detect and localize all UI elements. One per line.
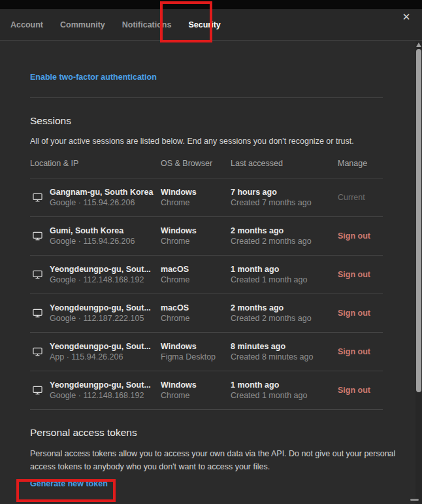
monitor-icon (33, 231, 42, 241)
scrollbar-up-arrow-icon[interactable] (416, 42, 421, 47)
monitor-icon (33, 386, 42, 395)
scroll-corner-mark (410, 499, 419, 501)
session-source-ip: Google · 112.187.222.105 (50, 313, 151, 324)
session-created: Created 1 month ago (231, 275, 338, 285)
sign-out-link[interactable]: Sign out (338, 347, 383, 356)
close-icon[interactable]: ✕ (398, 9, 414, 25)
sessions-title: Sessions (30, 115, 385, 127)
column-os-browser: OS & Browser (161, 159, 231, 168)
session-browser: Chrome (161, 275, 231, 285)
session-browser: Figma Desktop (161, 352, 231, 362)
session-last-accessed: 1 month ago (231, 264, 338, 275)
enable-two-factor-link[interactable]: Enable two-factor authentication (30, 73, 157, 82)
session-location: Yeongdeungpo-gu, Sout... (50, 303, 151, 313)
session-os: macOS (161, 264, 231, 275)
sessions-table-header: Location & IP OS & Browser Last accessed… (30, 159, 383, 178)
column-last-accessed: Last accessed (231, 159, 338, 168)
session-os: Windows (161, 226, 231, 236)
tokens-description-line: Personal access tokens allow you to acce… (30, 448, 385, 461)
annotation-box-security-tab (160, 1, 212, 42)
sign-out-link[interactable]: Sign out (338, 231, 383, 241)
session-last-accessed: 1 month ago (231, 380, 338, 390)
session-browser: Chrome (161, 236, 231, 246)
session-location: Yeongdeungpo-gu, Sout... (50, 341, 151, 352)
sign-out-link[interactable]: Sign out (338, 309, 383, 318)
session-os: macOS (161, 303, 231, 313)
monitor-icon (33, 270, 42, 279)
sessions-description: All of your active sessions are listed b… (30, 137, 385, 146)
column-manage: Manage (338, 159, 383, 168)
session-location: Gumi, South Korea (50, 226, 135, 236)
scrollbar-thumb[interactable] (416, 49, 421, 392)
session-row: Yeongdeungpo-gu, Sout... Google · 112.14… (30, 256, 383, 294)
tab-community[interactable]: Community (60, 20, 105, 29)
session-location: Yeongdeungpo-gu, Sout... (50, 264, 151, 275)
tab-account[interactable]: Account (10, 20, 43, 29)
session-last-accessed: 2 months ago (231, 303, 338, 313)
session-created: Created 8 minutes ago (231, 352, 338, 362)
session-created: Created 2 months ago (231, 313, 338, 324)
annotation-box-generate-token (16, 479, 116, 502)
session-browser: Chrome (161, 390, 231, 401)
session-created: Created 2 months ago (231, 236, 338, 246)
personal-access-tokens-description: Personal access tokens allow you to acce… (30, 448, 385, 473)
session-current-label: Current (338, 193, 383, 202)
session-os: Windows (161, 187, 231, 197)
session-location: Yeongdeungpo-gu, Sout... (50, 380, 151, 390)
session-row: Yeongdeungpo-gu, Sout... Google · 112.14… (30, 371, 383, 410)
sign-out-link[interactable]: Sign out (338, 386, 383, 395)
monitor-icon (33, 193, 42, 202)
security-panel: Enable two-factor authentication Session… (0, 41, 415, 504)
session-browser: Chrome (161, 313, 231, 324)
monitor-icon (33, 347, 42, 356)
vertical-scrollbar[interactable] (415, 41, 422, 504)
tokens-description-line: access tokens to anybody who you don't w… (30, 461, 385, 474)
session-os: Windows (161, 341, 231, 352)
session-row: Yeongdeungpo-gu, Sout... Google · 112.18… (30, 294, 383, 333)
session-source-ip: Google · 112.148.168.192 (50, 275, 151, 285)
column-location-ip: Location & IP (30, 159, 161, 168)
session-browser: Chrome (161, 197, 231, 208)
session-row: Gangnam-gu, South Korea Google · 115.94.… (30, 178, 383, 217)
session-created: Created 1 month ago (231, 390, 338, 401)
divider (30, 97, 383, 98)
session-last-accessed: 7 hours ago (231, 187, 338, 197)
sign-out-link[interactable]: Sign out (338, 270, 383, 279)
personal-access-tokens-title: Personal access tokens (30, 427, 385, 439)
session-source-ip: Google · 115.94.26.206 (50, 197, 153, 208)
session-created: Created 7 months ago (231, 197, 338, 208)
session-last-accessed: 8 minutes ago (231, 341, 338, 352)
session-source-ip: App · 115.94.26.206 (50, 352, 151, 362)
session-source-ip: Google · 115.94.26.206 (50, 236, 135, 246)
session-row: Yeongdeungpo-gu, Sout... App · 115.94.26… (30, 333, 383, 371)
session-os: Windows (161, 380, 231, 390)
session-source-ip: Google · 112.148.168.192 (50, 390, 151, 401)
session-location: Gangnam-gu, South Korea (50, 187, 153, 197)
monitor-icon (33, 309, 42, 318)
session-last-accessed: 2 months ago (231, 226, 338, 236)
session-row: Gumi, South Korea Google · 115.94.26.206… (30, 217, 383, 256)
